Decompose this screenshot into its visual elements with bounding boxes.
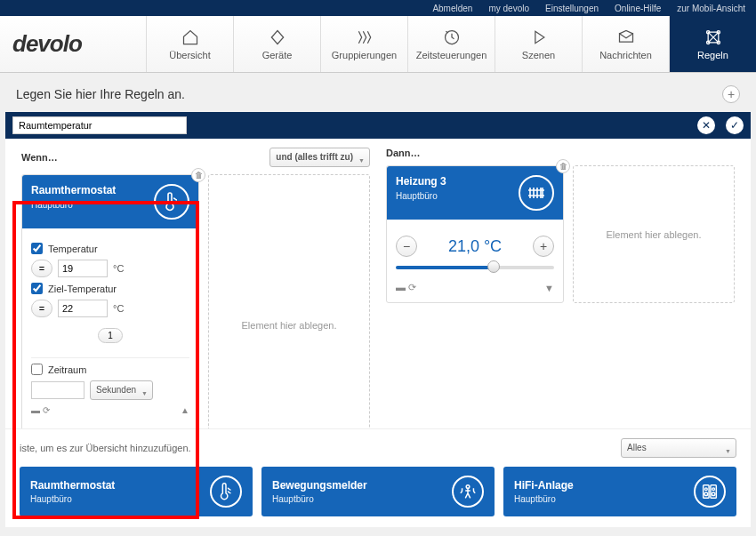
cancel-button[interactable]: ✕: [697, 116, 715, 134]
nav-szenen[interactable]: Szenen: [495, 16, 582, 72]
card-title: Heizung 3: [396, 175, 446, 188]
trash-icon[interactable]: 🗑: [191, 168, 205, 182]
svg-point-8: [705, 488, 708, 491]
when-label: Wenn…: [21, 152, 58, 163]
topbar: Abmelden my devolo Einstellungen Online-…: [0, 0, 756, 16]
net-icon: [704, 28, 722, 46]
temp-plus-button[interactable]: +: [533, 236, 554, 257]
add-rule-button[interactable]: +: [722, 85, 740, 103]
topbar-link[interactable]: Einstellungen: [545, 4, 599, 13]
motion-icon: [452, 476, 484, 508]
diamond-icon: [269, 28, 286, 46]
page-header: Legen Sie hier Ihre Regeln an. +: [0, 73, 756, 112]
rule-header: ✕ ✓: [5, 112, 751, 139]
play-icon: [530, 28, 548, 46]
navbar: devolo ÜbersichtGeräteGruppierungenZeits…: [0, 16, 756, 73]
then-drop-zone[interactable]: Element hier ablegen.: [573, 165, 735, 303]
topbar-link[interactable]: Abmelden: [432, 4, 472, 13]
triple-icon: [356, 28, 374, 46]
battery-icon: ▬ ⟳: [396, 282, 416, 293]
temperature-value: 21,0 °C: [448, 237, 502, 256]
trash-icon[interactable]: 🗑: [556, 159, 570, 173]
rule-name-input[interactable]: [12, 116, 187, 134]
highlight-box: [12, 201, 199, 519]
logic-select[interactable]: und (alles trifft zu): [269, 148, 370, 167]
clock-icon: [443, 28, 461, 46]
logo: devolo: [0, 16, 146, 72]
then-label: Dann…: [386, 148, 421, 158]
then-column: Dann… 🗑 Heizung 3 Hauptbüro: [386, 148, 735, 476]
temp-minus-button[interactable]: −: [396, 236, 417, 257]
topbar-link[interactable]: Online-Hilfe: [615, 4, 661, 13]
nav-gruppierungen[interactable]: Gruppierungen: [320, 16, 407, 72]
confirm-button[interactable]: ✓: [726, 116, 744, 134]
nav-zeitsteuerungen[interactable]: Zeitsteuerungen: [407, 16, 495, 72]
filter-select[interactable]: Alles: [621, 438, 736, 458]
home-icon: [181, 28, 199, 46]
nav-regeln[interactable]: Regeln: [669, 16, 756, 72]
device-card[interactable]: HiFi-AnlageHauptbüro: [503, 467, 736, 516]
svg-point-9: [712, 488, 715, 491]
svg-point-5: [466, 485, 470, 489]
nav-geräte[interactable]: Geräte: [233, 16, 320, 72]
card-subtitle: Hauptbüro: [396, 191, 446, 201]
expand-icon[interactable]: ▼: [544, 283, 554, 293]
nav-nachrichten[interactable]: Nachrichten: [582, 16, 669, 72]
mail-icon: [617, 28, 635, 46]
page-title: Legen Sie hier Ihre Regeln an.: [16, 87, 185, 101]
temperature-slider[interactable]: [396, 266, 554, 269]
action-card[interactable]: 🗑 Heizung 3 Hauptbüro − 21,0 °: [386, 165, 564, 303]
device-card[interactable]: BewegungsmelderHauptbüro: [261, 467, 495, 516]
svg-point-10: [704, 492, 708, 496]
topbar-link[interactable]: my devolo: [488, 4, 529, 13]
therm-icon: [210, 476, 242, 508]
hifi-icon: [694, 476, 726, 508]
card-title: Raumthermostat: [31, 184, 116, 196]
radiator-icon: [519, 175, 554, 211]
nav-übersicht[interactable]: Übersicht: [146, 16, 233, 72]
topbar-link[interactable]: zur Mobil-Ansicht: [677, 4, 745, 13]
svg-point-11: [712, 492, 715, 496]
